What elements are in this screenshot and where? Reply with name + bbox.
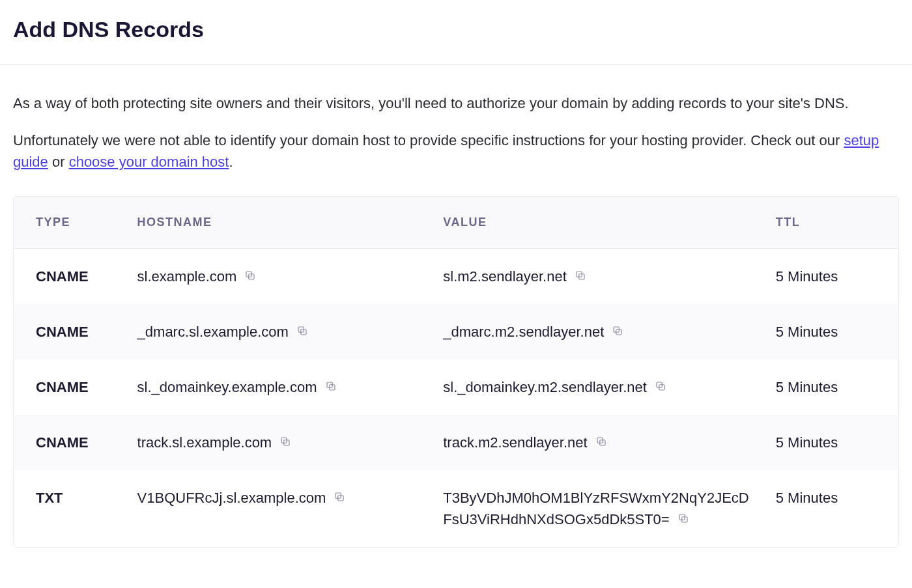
record-value: track.m2.sendlayer.net <box>443 434 587 451</box>
copy-icon <box>296 325 308 339</box>
record-value-cell: sl._domainkey.m2.sendlayer.net <box>433 359 765 415</box>
dns-records-page: Add DNS Records As a way of both protect… <box>0 0 912 548</box>
intro-text-after-links: . <box>229 154 233 170</box>
record-value: _dmarc.m2.sendlayer.net <box>443 324 604 340</box>
divider <box>0 64 912 65</box>
dns-records-table: TYPE HOSTNAME VALUE TTL CNAMEsl.example.… <box>14 197 898 547</box>
record-ttl: 5 Minutes <box>765 359 898 415</box>
intro-text-between-links: or <box>48 154 69 170</box>
copy-icon <box>279 436 291 449</box>
record-hostname: sl._domainkey.example.com <box>137 379 317 395</box>
record-value-cell: T3ByVDhJM0hOM1BlYzRFSWxmY2NqY2JEcDFsU3Vi… <box>433 470 765 547</box>
copy-icon <box>575 270 586 283</box>
col-header-ttl: TTL <box>765 197 898 249</box>
record-type: CNAME <box>14 249 127 305</box>
record-value: sl.m2.sendlayer.net <box>443 268 567 285</box>
record-value: T3ByVDhJM0hOM1BlYzRFSWxmY2NqY2JEcDFsU3Vi… <box>443 490 748 527</box>
record-ttl: 5 Minutes <box>765 304 898 359</box>
table-row: CNAMEtrack.sl.example.comtrack.m2.sendla… <box>14 415 898 470</box>
record-hostname-cell: track.sl.example.com <box>127 415 433 470</box>
record-ttl: 5 Minutes <box>765 470 898 547</box>
intro-text-before-links: Unfortunately we were not able to identi… <box>13 132 844 148</box>
table-row: CNAMEsl._domainkey.example.comsl._domain… <box>14 359 898 415</box>
table-row: CNAME_dmarc.sl.example.com_dmarc.m2.send… <box>14 304 898 359</box>
record-hostname-cell: sl.example.com <box>127 249 433 305</box>
record-value-cell: track.m2.sendlayer.net <box>433 415 765 470</box>
copy-value-button[interactable] <box>594 435 608 449</box>
table-header-row: TYPE HOSTNAME VALUE TTL <box>14 197 898 249</box>
copy-value-button[interactable] <box>610 324 625 339</box>
copy-hostname-button[interactable] <box>243 269 257 283</box>
record-type: CNAME <box>14 359 127 415</box>
record-type: CNAME <box>14 415 127 470</box>
copy-icon <box>677 512 689 526</box>
record-hostname: _dmarc.sl.example.com <box>137 324 289 340</box>
copy-hostname-button[interactable] <box>324 380 338 394</box>
record-hostname-cell: _dmarc.sl.example.com <box>127 304 433 359</box>
table-row: CNAMEsl.example.comsl.m2.sendlayer.net5 … <box>14 249 898 305</box>
choose-domain-host-link[interactable]: choose your domain host <box>69 154 229 170</box>
copy-icon <box>325 380 337 394</box>
record-hostname: track.sl.example.com <box>137 434 272 451</box>
copy-icon <box>655 380 666 394</box>
record-ttl: 5 Minutes <box>765 415 898 470</box>
intro-paragraph-2: Unfortunately we were not able to identi… <box>13 130 899 173</box>
dns-records-table-wrap: TYPE HOSTNAME VALUE TTL CNAMEsl.example.… <box>13 196 899 548</box>
copy-hostname-button[interactable] <box>295 324 309 339</box>
record-value: sl._domainkey.m2.sendlayer.net <box>443 379 647 395</box>
copy-value-button[interactable] <box>573 269 588 283</box>
copy-icon <box>612 325 623 339</box>
copy-value-button[interactable] <box>676 512 691 526</box>
col-header-value: VALUE <box>433 197 765 249</box>
record-hostname: sl.example.com <box>137 268 237 285</box>
copy-icon <box>244 270 256 283</box>
record-ttl: 5 Minutes <box>765 249 898 305</box>
intro-paragraph-1: As a way of both protecting site owners … <box>13 92 899 114</box>
record-hostname-cell: sl._domainkey.example.com <box>127 359 433 415</box>
record-type: TXT <box>14 470 127 547</box>
copy-icon <box>595 436 607 449</box>
col-header-type: TYPE <box>14 197 127 249</box>
copy-hostname-button[interactable] <box>278 435 292 449</box>
copy-value-button[interactable] <box>653 380 668 394</box>
copy-hostname-button[interactable] <box>332 490 347 505</box>
copy-icon <box>334 491 345 505</box>
col-header-hostname: HOSTNAME <box>127 197 433 249</box>
record-type: CNAME <box>14 304 127 359</box>
record-value-cell: sl.m2.sendlayer.net <box>433 249 765 305</box>
record-value-cell: _dmarc.m2.sendlayer.net <box>433 304 765 359</box>
record-hostname: V1BQUFRcJj.sl.example.com <box>137 490 326 506</box>
record-hostname-cell: V1BQUFRcJj.sl.example.com <box>127 470 433 547</box>
page-title: Add DNS Records <box>13 13 899 46</box>
table-row: TXTV1BQUFRcJj.sl.example.comT3ByVDhJM0hO… <box>14 470 898 547</box>
